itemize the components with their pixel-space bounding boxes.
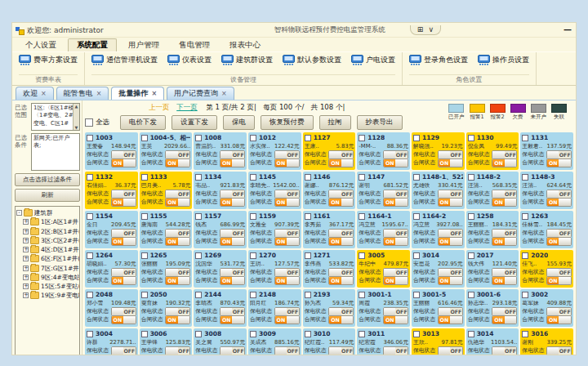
protect-toggle[interactable]: OFF [492, 346, 517, 355]
minimize-button[interactable]: — [564, 27, 572, 33]
protect-toggle[interactable]: OFF [274, 346, 300, 355]
room-checkbox[interactable] [305, 213, 311, 220]
switch-toggle[interactable]: ON [438, 158, 463, 167]
switch-toggle[interactable]: ON [383, 276, 408, 285]
ribbon-button[interactable]: 建筑群设置 [221, 55, 273, 65]
room-checkbox[interactable] [413, 252, 420, 259]
protect-toggle[interactable]: OFF [220, 268, 245, 277]
protect-toggle[interactable]: OFF [165, 190, 190, 199]
room-checkbox[interactable] [87, 135, 93, 141]
switch-toggle[interactable]: ON [165, 355, 190, 356]
tree-item[interactable]: +6区:F区1#井(F [16, 254, 78, 263]
switch-toggle[interactable]: ON [165, 198, 190, 207]
room-checkbox[interactable] [141, 213, 148, 220]
select-all[interactable]: 全选 [85, 118, 109, 127]
protect-toggle[interactable]: OFF [438, 346, 463, 355]
switch-toggle[interactable]: ON [165, 315, 190, 324]
switch-toggle[interactable]: ON [438, 315, 463, 324]
expander-icon[interactable]: + [23, 219, 29, 225]
protect-toggle[interactable]: OFF [546, 346, 572, 355]
room-checkbox[interactable] [359, 135, 365, 141]
ribbon-button[interactable]: 户电设置 [351, 55, 395, 65]
close-icon[interactable]: × [221, 91, 227, 97]
selected-condition-listbox[interactable]: 新网关;已开户表; [31, 133, 80, 171]
switch-toggle[interactable]: ON [165, 276, 190, 285]
room-checkbox[interactable] [250, 252, 256, 259]
switch-toggle[interactable]: ON [383, 355, 408, 356]
protect-toggle[interactable]: OFF [438, 150, 463, 159]
protect-toggle[interactable]: OFF [546, 268, 572, 277]
protect-toggle[interactable]: OFF [274, 229, 300, 238]
switch-toggle[interactable]: ON [111, 158, 136, 167]
ribbon-button[interactable]: 操作员设置 [478, 55, 529, 65]
room-checkbox[interactable] [413, 213, 420, 220]
switch-toggle[interactable]: ON [220, 237, 245, 246]
chevron-down-icon[interactable]: ∨ [428, 25, 434, 33]
protect-toggle[interactable]: OFF [111, 229, 136, 238]
room-checkbox[interactable] [359, 213, 365, 220]
switch-toggle[interactable]: ON [492, 198, 517, 207]
room-checkbox[interactable] [468, 135, 474, 141]
close-icon[interactable]: × [96, 91, 102, 97]
switch-toggle[interactable]: ON [546, 237, 572, 246]
switch-toggle[interactable]: ON [111, 237, 136, 246]
switch-toggle[interactable]: ON [328, 158, 354, 167]
expander-icon[interactable]: + [23, 274, 29, 280]
tree-item[interactable]: +7区:G区1#井 [16, 264, 78, 273]
switch-toggle[interactable]: ON [165, 158, 190, 167]
protect-toggle[interactable]: OFF [383, 268, 408, 277]
switch-toggle[interactable]: ON [492, 158, 517, 167]
expander-icon[interactable]: + [23, 292, 29, 298]
layout-icon[interactable]: ⊞ [417, 25, 424, 33]
protect-toggle[interactable]: OFF [111, 307, 136, 316]
switch-toggle[interactable]: ON [111, 315, 136, 324]
room-checkbox[interactable] [87, 213, 93, 220]
switch-toggle[interactable]: ON [328, 315, 354, 324]
switch-toggle[interactable]: ON [274, 237, 300, 246]
switch-toggle[interactable]: ON [492, 355, 517, 356]
switch-toggle[interactable]: ON [383, 237, 408, 246]
protect-toggle[interactable]: OFF [546, 307, 572, 316]
room-checkbox[interactable] [250, 292, 256, 298]
action-button-1[interactable]: 电价下发 [120, 115, 166, 130]
room-checkbox[interactable] [87, 174, 93, 181]
switch-toggle[interactable]: ON [492, 315, 517, 324]
scroll-down-icon[interactable]: ▼ [75, 125, 78, 130]
action-button-4[interactable]: 恢复预付费 [261, 115, 314, 130]
action-button-2[interactable]: 设置下发 [172, 115, 217, 130]
room-checkbox[interactable] [195, 252, 202, 259]
room-checkbox[interactable] [141, 135, 148, 141]
switch-toggle[interactable]: ON [328, 276, 354, 285]
choose-filter-button[interactable]: 点击选择过滤条件 [15, 173, 80, 186]
select-all-checkbox[interactable] [85, 118, 93, 127]
menu-tab-1[interactable]: 个人设置 [17, 39, 65, 51]
switch-toggle[interactable]: ON [546, 198, 572, 207]
ribbon-button[interactable]: 仪表设置 [167, 55, 212, 65]
tree-item[interactable]: +19区:9#变电站 [16, 291, 78, 300]
room-checkbox[interactable] [359, 331, 365, 337]
switch-toggle[interactable]: ON [274, 315, 300, 324]
protect-toggle[interactable]: OFF [383, 346, 408, 355]
tree-item[interactable]: +1区:A区1#井 [16, 217, 78, 226]
room-checkbox[interactable] [87, 252, 93, 259]
room-checkbox[interactable] [305, 331, 311, 337]
switch-toggle[interactable]: ON [328, 237, 354, 246]
protect-toggle[interactable]: OFF [328, 307, 354, 316]
room-checkbox[interactable] [141, 292, 148, 298]
switch-toggle[interactable]: ON [383, 198, 408, 207]
room-checkbox[interactable] [522, 292, 528, 298]
protect-toggle[interactable]: OFF [492, 307, 517, 316]
room-checkbox[interactable] [195, 174, 202, 181]
protect-toggle[interactable]: OFF [383, 190, 408, 199]
protect-toggle[interactable]: OFF [111, 346, 136, 355]
room-checkbox[interactable] [305, 135, 311, 141]
doc-tab-2[interactable]: 能管售电× [56, 87, 109, 100]
room-checkbox[interactable] [413, 292, 420, 298]
room-checkbox[interactable] [359, 252, 365, 259]
switch-toggle[interactable]: ON [328, 355, 354, 356]
ribbon-style-control[interactable]: ⊞ ∨ [410, 25, 441, 35]
tree-item[interactable]: +3区:C区2#井(1 [16, 236, 78, 245]
action-button-3[interactable]: 保电 [223, 115, 255, 130]
protect-toggle[interactable]: OFF [274, 190, 300, 199]
protect-toggle[interactable]: OFF [492, 268, 517, 277]
